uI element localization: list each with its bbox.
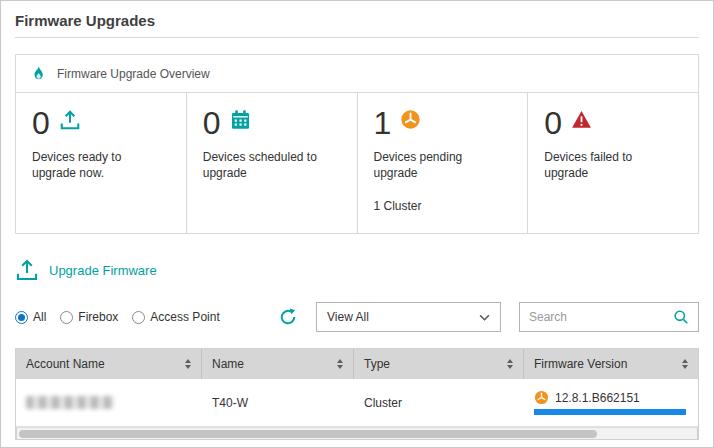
stat-pending-value: 1: [374, 107, 392, 139]
device-filter-radio-group: All Firebox Access Point: [15, 310, 220, 324]
stat-scheduled-label: Devices scheduled to upgrade: [203, 149, 323, 181]
column-header-name[interactable]: Name: [202, 349, 354, 379]
stat-failed-sub: [544, 199, 682, 213]
stat-pending-sub: 1 Cluster: [374, 199, 512, 213]
radio-access-point-circle[interactable]: [132, 311, 145, 324]
stat-ready-value: 0: [32, 107, 50, 139]
stat-scheduled-sub: [203, 199, 341, 213]
search-icon[interactable]: [673, 309, 689, 325]
column-label-account-name: Account Name: [26, 357, 105, 371]
toolbar-right: View All: [278, 302, 699, 332]
stat-ready-label: Devices ready to upgrade now.: [32, 149, 152, 181]
cell-account-name: [16, 379, 202, 426]
firmware-progress-bar: [534, 409, 686, 415]
radio-firebox[interactable]: Firebox: [60, 310, 118, 324]
upload-icon: [59, 109, 81, 131]
stat-failed-label: Devices failed to upgrade: [544, 149, 664, 181]
page-title: Firmware Upgrades: [15, 12, 699, 29]
page-header: Firmware Upgrades: [15, 1, 699, 38]
calendar-icon: [230, 109, 251, 130]
stat-pending: 1 Devices pending upgrade 1 Cluster: [358, 93, 529, 233]
radio-all-circle[interactable]: [15, 311, 28, 324]
column-label-name: Name: [212, 357, 244, 371]
radio-access-point-label: Access Point: [150, 310, 219, 324]
devices-table: Account Name Name Type Firmware Version …: [15, 348, 699, 440]
radio-all[interactable]: All: [15, 310, 46, 324]
flame-icon: [30, 65, 47, 82]
pending-icon: [400, 109, 421, 130]
search-box: [519, 302, 699, 332]
sort-icon[interactable]: [185, 359, 191, 369]
radio-firebox-label: Firebox: [78, 310, 118, 324]
sort-icon[interactable]: [682, 359, 688, 369]
radio-all-label: All: [33, 310, 46, 324]
column-label-type: Type: [364, 357, 390, 371]
account-name-redacted: [26, 396, 114, 409]
table-row[interactable]: T40-W Cluster 12.8.1.B662151: [16, 379, 698, 427]
radio-firebox-circle[interactable]: [60, 311, 73, 324]
stat-scheduled: 0 Devices s: [187, 93, 358, 233]
pending-icon: [534, 390, 549, 405]
stat-scheduled-value: 0: [203, 107, 221, 139]
column-header-account-name[interactable]: Account Name: [16, 349, 202, 379]
chevron-down-icon: [479, 314, 490, 321]
alert-icon: [571, 109, 592, 130]
stat-failed-value: 0: [544, 107, 562, 139]
column-label-firmware-version: Firmware Version: [534, 357, 627, 371]
horizontal-scrollbar[interactable]: [16, 427, 698, 440]
firmware-overview-card: Firmware Upgrade Overview 0 Devices read…: [15, 54, 699, 234]
upgrade-firmware-label: Upgrade Firmware: [49, 263, 157, 278]
stat-ready: 0 Devices ready to upgrade now.: [16, 93, 187, 233]
upgrade-firmware-button[interactable]: Upgrade Firmware: [15, 258, 157, 282]
overview-card-title: Firmware Upgrade Overview: [57, 67, 210, 81]
firmware-version-text: 12.8.1.B662151: [555, 391, 640, 405]
cell-type: Cluster: [354, 379, 524, 426]
overview-card-header: Firmware Upgrade Overview: [16, 55, 698, 93]
column-header-type[interactable]: Type: [354, 349, 524, 379]
stat-pending-label: Devices pending upgrade: [374, 149, 494, 181]
firmware-upgrades-page: Firmware Upgrades Firmware Upgrade Overv…: [1, 1, 713, 440]
cell-firmware-version: 12.8.1.B662151: [524, 379, 698, 426]
upload-icon: [15, 258, 39, 282]
column-header-firmware-version[interactable]: Firmware Version: [524, 349, 698, 379]
scrollbar-thumb[interactable]: [19, 430, 597, 438]
view-all-select-value: View All: [327, 310, 369, 324]
table-header-row: Account Name Name Type Firmware Version: [16, 349, 698, 379]
cell-name: T40-W: [202, 379, 354, 426]
search-input[interactable]: [529, 310, 667, 324]
stat-failed: 0 Devices failed to upgrade: [528, 93, 698, 233]
sort-icon[interactable]: [337, 359, 343, 369]
sort-icon[interactable]: [507, 359, 513, 369]
toolbar: All Firebox Access Point View All: [15, 302, 699, 332]
radio-access-point[interactable]: Access Point: [132, 310, 219, 324]
overview-stats: 0 Devices ready to upgrade now. 0: [16, 93, 698, 233]
stat-ready-sub: [32, 199, 170, 213]
view-all-select[interactable]: View All: [316, 302, 501, 332]
refresh-icon[interactable]: [278, 307, 298, 327]
